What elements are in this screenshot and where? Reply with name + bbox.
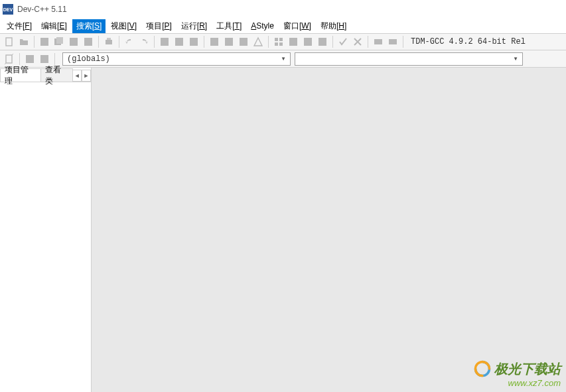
menu-h[interactable]: 帮助[H] <box>317 19 350 33</box>
titlebar: DEV Dev-C++ 5.11 <box>0 0 566 19</box>
svg-rect-5 <box>84 38 92 46</box>
svg-rect-16 <box>275 42 278 46</box>
svg-rect-4 <box>70 38 78 46</box>
tab-project[interactable]: 项目管理 <box>0 68 41 82</box>
tab-classes[interactable]: 查看类 <box>40 68 74 82</box>
svg-rect-11 <box>210 38 218 46</box>
save-button[interactable] <box>38 35 51 48</box>
menu-p[interactable]: 项目[P] <box>142 19 176 33</box>
toggle-button[interactable] <box>38 52 51 66</box>
new-project-button[interactable] <box>3 52 16 66</box>
svg-rect-1 <box>40 38 48 46</box>
globals-combo[interactable]: (globals) ▾ <box>62 52 291 66</box>
secondary-toolbar: (globals) ▾ ▾ <box>0 50 566 68</box>
main-area: 项目管理 查看类 ◄ ► <box>0 68 566 392</box>
compile-run-button[interactable] <box>237 35 250 48</box>
save-as-button[interactable] <box>67 35 80 48</box>
profile-button[interactable] <box>301 35 315 48</box>
chevron-down-icon: ▾ <box>510 54 521 64</box>
left-panel-tabs: 项目管理 查看类 ◄ ► <box>0 68 91 82</box>
replace-button[interactable] <box>173 35 186 48</box>
globals-combo-value: (globals) <box>67 54 110 64</box>
svg-rect-8 <box>161 38 169 46</box>
svg-rect-14 <box>275 38 278 41</box>
check-button[interactable] <box>336 35 350 48</box>
window-title: Dev-C++ 5.11 <box>17 5 67 14</box>
menu-f[interactable]: 文件[F] <box>3 19 36 33</box>
bookmark-button[interactable] <box>386 35 399 48</box>
main-toolbar: TDM-GCC 4.9.2 64-bit Rel <box>0 33 566 50</box>
menu-e[interactable]: 编辑[E] <box>37 19 71 33</box>
cancel-button[interactable] <box>351 35 364 48</box>
compiler-label: TDM-GCC 4.9.2 64-bit Rel <box>407 37 526 46</box>
new-file-button[interactable] <box>3 35 16 48</box>
svg-rect-19 <box>304 38 312 46</box>
svg-rect-18 <box>289 38 297 46</box>
redo-button[interactable] <box>137 35 151 48</box>
debug-button[interactable] <box>272 35 285 48</box>
editor-area <box>92 68 566 392</box>
svg-rect-24 <box>26 55 34 63</box>
svg-rect-6 <box>106 40 112 44</box>
goto-button[interactable] <box>372 35 385 48</box>
stop-button[interactable] <box>287 35 300 48</box>
save-all-button[interactable] <box>52 35 66 48</box>
clean-button[interactable] <box>316 35 329 48</box>
svg-rect-22 <box>389 39 397 44</box>
svg-rect-3 <box>56 37 63 44</box>
insert-button[interactable] <box>23 52 36 66</box>
find-in-files-button[interactable] <box>187 35 200 48</box>
rebuild-button[interactable] <box>251 35 265 48</box>
undo-button[interactable] <box>123 35 136 48</box>
svg-rect-23 <box>6 55 12 63</box>
menu-astyle[interactable]: AStyle <box>247 20 278 32</box>
svg-rect-17 <box>279 42 283 46</box>
tab-scroll-left[interactable]: ◄ <box>72 70 82 82</box>
menubar: 文件[F]编辑[E]搜索[S]视图[V]项目[P]运行[R]工具[T]AStyl… <box>0 19 566 33</box>
print-button[interactable] <box>102 35 115 48</box>
save-project-button[interactable] <box>82 35 95 48</box>
svg-rect-10 <box>190 38 198 46</box>
run-button[interactable] <box>222 35 236 48</box>
menu-s[interactable]: 搜索[S] <box>72 19 106 33</box>
members-combo[interactable]: ▾ <box>295 52 523 66</box>
app-icon: DEV <box>3 4 13 15</box>
svg-rect-0 <box>6 38 12 46</box>
svg-rect-9 <box>175 38 183 46</box>
left-panel: 项目管理 查看类 ◄ ► <box>0 68 92 392</box>
find-button[interactable] <box>158 35 171 48</box>
menu-v[interactable]: 视图[V] <box>107 19 141 33</box>
compile-button[interactable] <box>208 35 221 48</box>
chevron-down-icon: ▾ <box>278 54 289 64</box>
menu-r[interactable]: 运行[R] <box>177 19 211 33</box>
svg-rect-20 <box>318 38 326 46</box>
svg-rect-21 <box>374 39 382 44</box>
open-file-button[interactable] <box>17 35 31 48</box>
menu-w[interactable]: 窗口[W] <box>279 19 315 33</box>
svg-rect-7 <box>107 38 111 40</box>
svg-rect-12 <box>225 38 233 46</box>
svg-rect-13 <box>240 38 248 46</box>
tab-scroll-right[interactable]: ► <box>82 70 91 82</box>
menu-t[interactable]: 工具[T] <box>212 19 246 33</box>
svg-rect-15 <box>279 38 283 41</box>
svg-rect-25 <box>40 55 48 63</box>
